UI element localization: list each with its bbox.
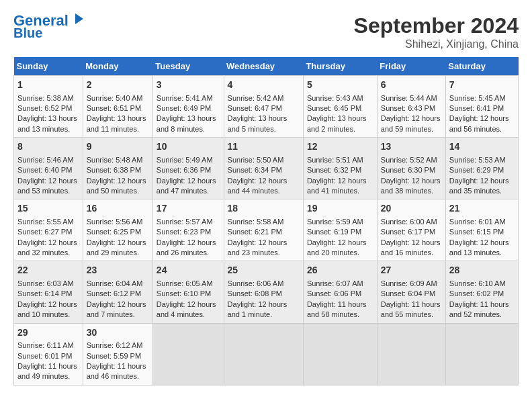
week-row-2: 8Sunrise: 5:46 AMSunset: 6:40 PMDaylight…	[14, 138, 519, 199]
day-info-line: Sunrise: 6:06 AM	[228, 279, 300, 289]
calendar-cell: 8Sunrise: 5:46 AMSunset: 6:40 PMDaylight…	[14, 138, 83, 199]
calendar-cell: 29Sunrise: 6:11 AMSunset: 6:01 PMDayligh…	[14, 323, 83, 385]
day-number: 21	[449, 202, 515, 216]
week-row-5: 29Sunrise: 6:11 AMSunset: 6:01 PMDayligh…	[14, 323, 519, 385]
svg-marker-0	[75, 13, 83, 24]
calendar-cell: 5Sunrise: 5:43 AMSunset: 6:45 PMDaylight…	[303, 76, 377, 138]
calendar-cell: 22Sunrise: 6:03 AMSunset: 6:14 PMDayligh…	[14, 261, 83, 323]
day-info-line: Sunset: 6:41 PM	[449, 103, 515, 113]
calendar-cell: 12Sunrise: 5:51 AMSunset: 6:32 PMDayligh…	[303, 138, 377, 199]
day-info-line: Sunrise: 5:51 AM	[307, 155, 373, 165]
day-number: 23	[87, 264, 149, 277]
day-info-line: Daylight: 11 hours and 58 minutes.	[307, 300, 373, 320]
calendar-cell: 18Sunrise: 5:58 AMSunset: 6:21 PMDayligh…	[224, 199, 303, 261]
calendar-cell: 27Sunrise: 6:09 AMSunset: 6:04 PMDayligh…	[377, 261, 445, 323]
day-info-line: Daylight: 12 hours and 47 minutes.	[157, 176, 220, 197]
day-number: 12	[307, 140, 373, 154]
day-header-sunday: Sunday	[14, 57, 83, 76]
day-info-line: Daylight: 13 hours and 8 minutes.	[157, 113, 220, 134]
day-info-line: Sunset: 6:49 PM	[157, 103, 220, 113]
day-number: 14	[449, 140, 515, 154]
calendar-cell	[377, 323, 445, 385]
day-header-thursday: Thursday	[303, 57, 377, 76]
day-info-line: Sunrise: 5:44 AM	[381, 93, 442, 103]
day-number: 11	[228, 140, 300, 154]
day-info-line: Daylight: 11 hours and 46 minutes.	[87, 361, 149, 382]
calendar-cell: 6Sunrise: 5:44 AMSunset: 6:43 PMDaylight…	[377, 76, 445, 138]
day-info-line: Sunrise: 6:07 AM	[307, 279, 373, 289]
day-info-line: Sunset: 6:12 PM	[87, 289, 149, 299]
day-info-line: Sunset: 6:32 PM	[307, 165, 373, 175]
calendar-cell: 15Sunrise: 5:55 AMSunset: 6:27 PMDayligh…	[14, 199, 83, 261]
day-info-line: Sunrise: 5:49 AM	[157, 155, 220, 165]
day-number: 30	[87, 326, 149, 340]
day-number: 16	[87, 202, 149, 216]
day-info-line: Daylight: 11 hours and 55 minutes.	[381, 300, 442, 320]
day-info-line: Daylight: 12 hours and 26 minutes.	[157, 238, 220, 259]
logo-blue-text: Blue	[13, 26, 42, 40]
calendar-cell: 7Sunrise: 5:45 AMSunset: 6:41 PMDaylight…	[445, 76, 518, 138]
day-info-line: Daylight: 12 hours and 13 minutes.	[449, 238, 515, 259]
page-subtitle: Shihezi, Xinjiang, China	[354, 38, 519, 50]
calendar-cell: 17Sunrise: 5:57 AMSunset: 6:23 PMDayligh…	[152, 199, 224, 261]
calendar-cell: 2Sunrise: 5:40 AMSunset: 6:51 PMDaylight…	[83, 76, 152, 138]
day-info-line: Sunrise: 5:43 AM	[307, 93, 373, 103]
day-info-line: Daylight: 13 hours and 2 minutes.	[307, 113, 373, 134]
day-info-line: Daylight: 12 hours and 7 minutes.	[87, 300, 149, 320]
calendar-cell: 26Sunrise: 6:07 AMSunset: 6:06 PMDayligh…	[303, 261, 377, 323]
day-number: 17	[157, 202, 220, 216]
calendar-cell: 9Sunrise: 5:48 AMSunset: 6:38 PMDaylight…	[83, 138, 152, 199]
day-info-line: Sunrise: 6:10 AM	[449, 279, 515, 289]
day-info-line: Sunrise: 5:56 AM	[87, 217, 149, 227]
day-info-line: Sunset: 6:45 PM	[307, 103, 373, 113]
calendar-cell: 3Sunrise: 5:41 AMSunset: 6:49 PMDaylight…	[152, 76, 224, 138]
day-info-line: Sunrise: 5:57 AM	[157, 217, 220, 227]
day-info-line: Sunset: 6:30 PM	[381, 165, 442, 175]
day-info-line: Sunset: 6:19 PM	[307, 227, 373, 237]
day-number: 29	[17, 326, 79, 340]
day-number: 6	[381, 79, 442, 92]
day-info-line: Sunrise: 6:05 AM	[157, 279, 220, 289]
calendar-cell: 30Sunrise: 6:12 AMSunset: 5:59 PMDayligh…	[83, 323, 152, 385]
calendar-cell: 28Sunrise: 6:10 AMSunset: 6:02 PMDayligh…	[445, 261, 518, 323]
day-number: 25	[228, 264, 300, 277]
day-info-line: Sunrise: 6:04 AM	[87, 279, 149, 289]
calendar-cell	[303, 323, 377, 385]
week-row-3: 15Sunrise: 5:55 AMSunset: 6:27 PMDayligh…	[14, 199, 519, 261]
day-number: 28	[449, 264, 515, 277]
day-number: 22	[17, 264, 79, 277]
day-number: 15	[17, 202, 79, 216]
day-info-line: Sunset: 6:34 PM	[228, 165, 300, 175]
day-info-line: Sunset: 6:21 PM	[228, 227, 300, 237]
day-info-line: Sunset: 6:14 PM	[17, 289, 79, 299]
day-info-line: Sunrise: 6:00 AM	[381, 217, 442, 227]
day-info-line: Daylight: 12 hours and 56 minutes.	[449, 113, 515, 134]
day-info-line: Sunset: 6:29 PM	[449, 165, 515, 175]
day-info-line: Sunset: 6:47 PM	[228, 103, 300, 113]
day-info-line: Sunrise: 5:38 AM	[17, 93, 79, 103]
day-number: 7	[449, 79, 515, 92]
day-info-line: Sunset: 6:02 PM	[449, 289, 515, 299]
day-info-line: Sunset: 6:17 PM	[381, 227, 442, 237]
day-number: 5	[307, 79, 373, 92]
day-info-line: Sunrise: 6:01 AM	[449, 217, 515, 227]
calendar-cell: 25Sunrise: 6:06 AMSunset: 6:08 PMDayligh…	[224, 261, 303, 323]
day-header-tuesday: Tuesday	[152, 57, 224, 76]
day-number: 1	[17, 79, 79, 92]
day-info-line: Sunrise: 6:09 AM	[381, 279, 442, 289]
day-info-line: Sunset: 6:04 PM	[381, 289, 442, 299]
page-header: General Blue September 2024 Shihezi, Xin…	[13, 13, 519, 50]
calendar-cell: 11Sunrise: 5:50 AMSunset: 6:34 PMDayligh…	[224, 138, 303, 199]
day-info-line: Sunset: 6:27 PM	[17, 227, 79, 237]
day-info-line: Daylight: 12 hours and 41 minutes.	[307, 176, 373, 197]
day-number: 19	[307, 202, 373, 216]
calendar-cell: 24Sunrise: 6:05 AMSunset: 6:10 PMDayligh…	[152, 261, 224, 323]
calendar-cell: 16Sunrise: 5:56 AMSunset: 6:25 PMDayligh…	[83, 199, 152, 261]
day-info-line: Daylight: 12 hours and 35 minutes.	[449, 176, 515, 197]
day-number: 4	[228, 79, 300, 92]
day-info-line: Daylight: 12 hours and 1 minute.	[228, 300, 300, 320]
day-info-line: Sunrise: 5:40 AM	[87, 93, 149, 103]
calendar-cell: 4Sunrise: 5:42 AMSunset: 6:47 PMDaylight…	[224, 76, 303, 138]
day-info-line: Daylight: 12 hours and 29 minutes.	[87, 238, 149, 259]
day-number: 20	[381, 202, 442, 216]
